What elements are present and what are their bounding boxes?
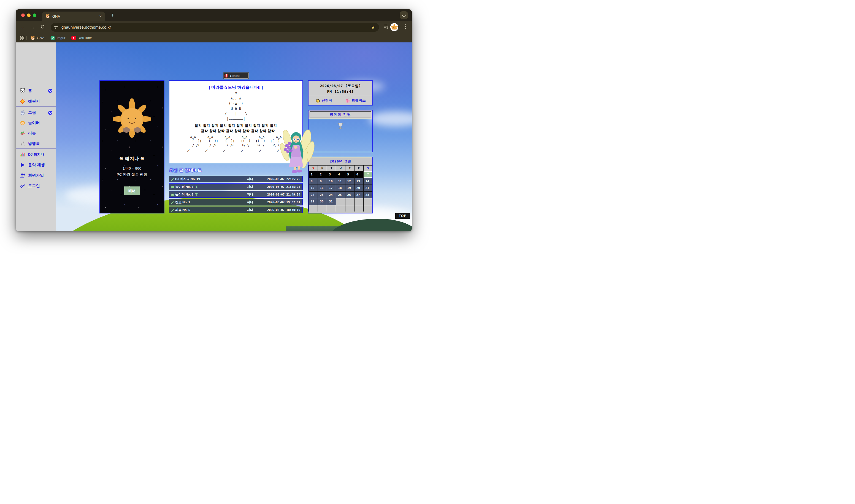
sidebar-item-playground[interactable]: 놀이터 xyxy=(16,119,56,127)
calendar-day-cell[interactable]: 3 xyxy=(327,171,336,178)
bookmark-gna[interactable]: GNA xyxy=(31,36,44,40)
calendar-empty-cell xyxy=(318,205,327,212)
window-controls xyxy=(21,14,36,17)
bookmark-star-icon[interactable]: ★ xyxy=(371,24,375,30)
post-row[interactable]: DJ 쾌지나 No. 19 지나 2026-03-07 22:25:25 xyxy=(169,176,303,182)
sidebar-item-challenge[interactable]: 챌린지 xyxy=(16,97,56,106)
calendar-day-cell[interactable]: 30 xyxy=(318,198,327,205)
post-author: 지나 xyxy=(239,193,261,197)
calendar-day-cell[interactable]: 12 xyxy=(345,178,354,185)
banner-box: ✳ 쾌지나 ✳ 1440 × 900 PC 환경 접속 권장 배너 xyxy=(100,80,164,213)
calendar-day-cell[interactable]: 22 xyxy=(308,192,318,198)
speech-title: | 미라클☆모닝 하겠습니다!! | xyxy=(170,85,302,90)
chevron-down-icon[interactable] xyxy=(48,89,52,93)
apps-grid-icon[interactable] xyxy=(20,36,24,40)
bookmark-youtube[interactable]: YouTube xyxy=(71,36,92,40)
calendar-day-cell[interactable]: 15 xyxy=(308,184,318,192)
calendar-day-cell[interactable]: 26 xyxy=(345,192,354,198)
hamster-favicon xyxy=(31,36,35,40)
calendar-day-cell[interactable]: 9 xyxy=(318,178,327,185)
post-title[interactable]: 놀이터 No. 7 xyxy=(175,185,193,188)
sidebar-item-login[interactable]: 로그인 xyxy=(16,182,56,190)
calendar-day-cell[interactable]: 5 xyxy=(345,171,354,178)
calendar-day-cell[interactable]: 27 xyxy=(354,192,363,198)
calendar-day-cell[interactable]: 11 xyxy=(336,178,345,185)
sidebar-item-guestbook[interactable]: 방명록 xyxy=(16,140,56,148)
kebab-menu-icon[interactable] xyxy=(403,23,408,31)
calendar-day-cell[interactable]: 19 xyxy=(345,184,354,192)
minimize-window-button[interactable] xyxy=(27,14,31,17)
post-title[interactable]: 창고 No. 1 xyxy=(175,200,190,204)
divider xyxy=(16,106,56,107)
calendar-day-cell[interactable]: 14 xyxy=(363,178,372,185)
calendar-day-cell[interactable]: 2 xyxy=(318,171,327,178)
calendar-day-cell[interactable]: 13 xyxy=(354,178,363,185)
new-tab-button[interactable]: + xyxy=(111,12,114,18)
calendar-day-cell[interactable]: 20 xyxy=(354,184,363,192)
calendar-day-cell[interactable]: 8 xyxy=(308,178,318,185)
calendar-empty-cell xyxy=(327,205,336,212)
url-text[interactable]: gnauniverse.dothome.co.kr xyxy=(61,25,111,30)
post-title[interactable]: 리뷰 No. 5 xyxy=(175,208,190,212)
post-row[interactable]: 리뷰 No. 5 지나 2026-03-07 18:40:19 xyxy=(169,206,303,213)
scroll-to-top-button[interactable]: TOP xyxy=(395,213,410,219)
calendar: 2026년 3월 SMTWTFS123456789101112131415161… xyxy=(308,157,373,213)
chevron-down-icon[interactable] xyxy=(48,111,52,115)
banner-button[interactable]: 배너 xyxy=(124,186,140,195)
tab-gna[interactable]: GNA × xyxy=(42,12,105,21)
post-row[interactable]: 놀이터 No. 6[2] 지나 2026-03-07 21:49:54 xyxy=(169,191,303,198)
media-playlist-icon[interactable] xyxy=(384,24,389,30)
comment-icon xyxy=(171,185,174,188)
sidebar-item-review[interactable]: 리뷰 xyxy=(16,129,56,138)
sidebar-item-drawing[interactable]: 그림 xyxy=(16,109,56,117)
post-row[interactable]: 놀이터 No. 7[1] 지나 2026-03-07 21:55:25 xyxy=(169,183,303,190)
calendar-day-cell[interactable]: 28 xyxy=(363,192,372,198)
calendar-day-cell[interactable]: 31 xyxy=(327,198,336,205)
sidebar-item-dj[interactable]: DJ 쾌지나 xyxy=(16,150,56,159)
close-window-button[interactable] xyxy=(21,14,25,17)
browser-window: GNA × + ← → gnauniverse.dothome.co.kr ★ xyxy=(16,10,412,231)
hamster-favicon xyxy=(46,14,50,19)
avatar[interactable] xyxy=(390,23,398,31)
sidebar-item-label: 회원가입 xyxy=(28,173,44,178)
calendar-day-cell[interactable]: 21 xyxy=(363,184,372,192)
post-title[interactable]: DJ 쾌지나 No. 19 xyxy=(175,177,200,181)
tab-search-button[interactable] xyxy=(400,11,408,19)
close-tab-icon[interactable]: × xyxy=(100,14,102,18)
calendar-day-cell[interactable]: 29 xyxy=(308,198,318,205)
tab-title: GNA xyxy=(52,14,60,18)
back-button[interactable]: ← xyxy=(19,23,27,31)
fairy-angel-image xyxy=(280,126,316,176)
calendar-day-cell[interactable]: 16 xyxy=(318,184,327,192)
site-info-icon[interactable] xyxy=(54,25,58,29)
post-datetime: 2026-03-07 18:40:19 xyxy=(261,208,302,212)
calendar-empty-cell xyxy=(363,198,372,205)
post-author: 지나 xyxy=(239,177,261,181)
post-title[interactable]: 놀이터 No. 6 xyxy=(175,193,193,196)
post-row[interactable]: 창고 No. 1 지나 2026-03-07 19:07:01 xyxy=(169,199,303,205)
forward-button[interactable]: → xyxy=(29,23,37,31)
request-box-link[interactable]: 리퀘박스 xyxy=(345,98,366,103)
calendar-day-cell[interactable]: 18 xyxy=(336,184,345,192)
address-bar[interactable]: gnauniverse.dothome.co.kr ★ xyxy=(51,23,379,32)
sidebar-item-home[interactable]: 홈 xyxy=(16,87,56,95)
calendar-day-cell[interactable]: 25 xyxy=(336,192,345,198)
calendar-day-cell[interactable]: 17 xyxy=(327,184,336,192)
calendar-day-cell[interactable]: 7 xyxy=(363,171,372,178)
reload-button[interactable] xyxy=(39,23,47,31)
sidebar-item-music[interactable]: 음악 재생 xyxy=(16,161,56,169)
toolbar: ← → gnauniverse.dothome.co.kr ★ xyxy=(16,21,412,33)
calendar-day-cell[interactable]: 10 xyxy=(327,178,336,185)
pencil-icon xyxy=(171,177,174,181)
comment-count: [1] xyxy=(195,185,198,188)
song-request-link[interactable]: 신청곡 xyxy=(315,98,332,103)
calendar-day-cell[interactable]: 24 xyxy=(327,192,336,198)
zoom-window-button[interactable] xyxy=(33,14,36,17)
calendar-day-cell[interactable]: 4 xyxy=(336,171,345,178)
calendar-day-cell[interactable]: 23 xyxy=(318,192,327,198)
hall-of-fame-title: 명예의 전당 xyxy=(308,112,372,117)
bookmark-imgur[interactable]: imgur xyxy=(50,36,65,40)
post-datetime: 2026-03-07 19:07:01 xyxy=(261,200,302,204)
sidebar-item-signup[interactable]: 회원가입 xyxy=(16,171,56,180)
calendar-day-cell[interactable]: 6 xyxy=(354,171,363,178)
